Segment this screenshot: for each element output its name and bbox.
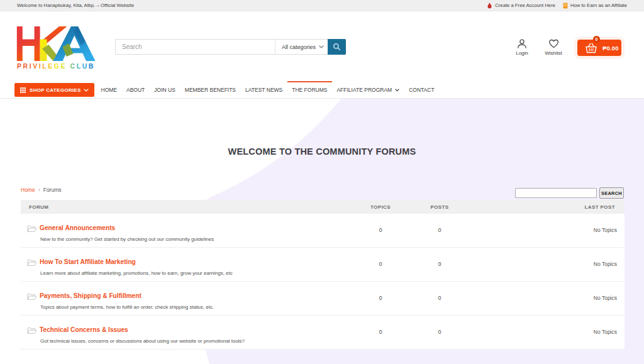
topics-count: 0 (379, 227, 382, 233)
folder-icon (27, 293, 36, 301)
grid-icon (20, 87, 26, 93)
welcome-text: Welcome to Hanapbukay, Kita, Atbp. – Off… (17, 3, 134, 8)
forum-search-button[interactable]: SEARCH (599, 187, 624, 199)
posts-count: 0 (438, 295, 441, 301)
category-dropdown[interactable]: All categories (275, 40, 328, 54)
nav-menu: HOME ABOUT JOIN US MEMBER BENEFITS LATES… (96, 81, 439, 99)
logo-letter-h (17, 26, 40, 61)
magnifier-icon (333, 43, 341, 51)
basket-icon (584, 42, 598, 54)
cart-button[interactable]: 0 ₱0.00 (577, 40, 621, 56)
column-header-topics: TOPICS (370, 204, 391, 210)
forum-search: SEARCH (515, 187, 624, 199)
book-icon (563, 3, 568, 9)
last-post: No Topics (594, 329, 617, 335)
breadcrumb-home-link[interactable]: Home (21, 187, 35, 193)
forum-row-general-announcements: General Announcements New to the communi… (21, 214, 625, 248)
nav-item-home[interactable]: HOME (96, 81, 122, 99)
flame-icon (487, 3, 492, 9)
create-account-link[interactable]: Create a Free Account Here (487, 3, 555, 9)
breadcrumb-separator: › (38, 187, 40, 193)
forum-link[interactable]: Technical Concerns & Issues (40, 326, 128, 333)
folder-icon (27, 327, 36, 334)
forum-table-header: FORUM TOPICS POSTS LAST POST (21, 200, 625, 214)
login-button[interactable]: Login (512, 38, 532, 56)
posts-count: 0 (438, 261, 441, 267)
topbar-links: Create a Free Account Here How to Earn a… (487, 3, 627, 9)
nav-item-affiliate-program[interactable]: AFFILIATE PROGRAM (332, 81, 404, 99)
breadcrumb: Home › Forums (21, 187, 62, 193)
last-post: No Topics (594, 295, 617, 301)
forum-link[interactable]: General Announcements (40, 224, 115, 231)
forum-description: Learn more about affiliate marketing, pr… (40, 270, 233, 276)
topics-count: 0 (379, 295, 382, 301)
nav-item-about[interactable]: ABOUT (122, 81, 150, 99)
forum-link[interactable]: Payments, Shipping & Fulfillment (40, 292, 142, 299)
folder-icon (27, 225, 36, 233)
chevron-down-icon (319, 45, 324, 48)
forum-link[interactable]: How To Start Affiliate Marketing (40, 258, 136, 265)
nav-item-latest-news[interactable]: LATEST NEWS (241, 81, 287, 99)
cart-count-badge: 0 (593, 36, 600, 43)
main-nav: SHOP CATEGORIES HOME ABOUT JOIN US MEMBE… (0, 81, 644, 99)
forum-description: Got technical issues, concerns or discus… (40, 338, 245, 344)
forum-table: FORUM TOPICS POSTS LAST POST General Ann… (21, 200, 625, 350)
wishlist-button[interactable]: Wishlist (542, 38, 565, 56)
topics-count: 0 (379, 261, 382, 267)
folder-icon (27, 259, 36, 267)
heart-icon (548, 38, 560, 49)
how-to-earn-link[interactable]: How to Earn as an Affiliate (563, 3, 627, 9)
nav-item-the-forums[interactable]: THE FORUMS (287, 81, 332, 99)
last-post: No Topics (594, 227, 617, 233)
nav-item-contact[interactable]: CONTACT (404, 81, 439, 99)
breadcrumb-current: Forums (43, 187, 62, 193)
column-header-posts: POSTS (430, 204, 448, 210)
cart-total: ₱0.00 (602, 45, 619, 52)
forum-description: Topics about payment terms, how to fulfi… (40, 304, 214, 310)
posts-count: 0 (438, 227, 441, 233)
search-input[interactable] (116, 40, 275, 54)
header: PRIVILEGE CLUB All categories Login Wish… (0, 11, 644, 81)
logo-subtitle: PRIVILEGE CLUB (17, 63, 95, 70)
forum-description: New to the community? Get started by che… (40, 236, 214, 242)
last-post: No Topics (594, 261, 617, 267)
site-logo[interactable]: PRIVILEGE CLUB (16, 23, 96, 70)
user-icon (516, 38, 528, 49)
topics-count: 0 (379, 329, 382, 335)
forum-row-technical-concerns: Technical Concerns & Issues Got technica… (21, 316, 625, 350)
search-submit-button[interactable] (328, 39, 346, 55)
topbar: Welcome to Hanapbukay, Kita, Atbp. – Off… (0, 0, 644, 11)
nav-item-join-us[interactable]: JOIN US (150, 81, 180, 99)
hka-logo-monogram: PRIVILEGE CLUB (16, 23, 96, 70)
shop-categories-button[interactable]: SHOP CATEGORIES (14, 83, 94, 97)
nav-item-member-benefits[interactable]: MEMBER BENEFITS (180, 81, 240, 99)
posts-count: 0 (438, 329, 441, 335)
column-header-forum: FORUM (29, 204, 48, 210)
forum-row-affiliate-marketing: How To Start Affiliate Marketing Learn m… (21, 248, 625, 282)
column-header-last-post: LAST POST (585, 204, 616, 210)
page-title: WELCOME TO THE COMMUNITY FORUMS (0, 146, 644, 157)
header-search-bar: All categories (115, 39, 346, 55)
forum-row-payments-shipping: Payments, Shipping & Fulfillment Topics … (21, 282, 625, 316)
forum-search-input[interactable] (515, 188, 597, 198)
chevron-down-icon (395, 89, 399, 92)
chevron-down-icon (84, 89, 89, 92)
forums-page-content: WELCOME TO THE COMMUNITY FORUMS Home › F… (0, 99, 644, 364)
